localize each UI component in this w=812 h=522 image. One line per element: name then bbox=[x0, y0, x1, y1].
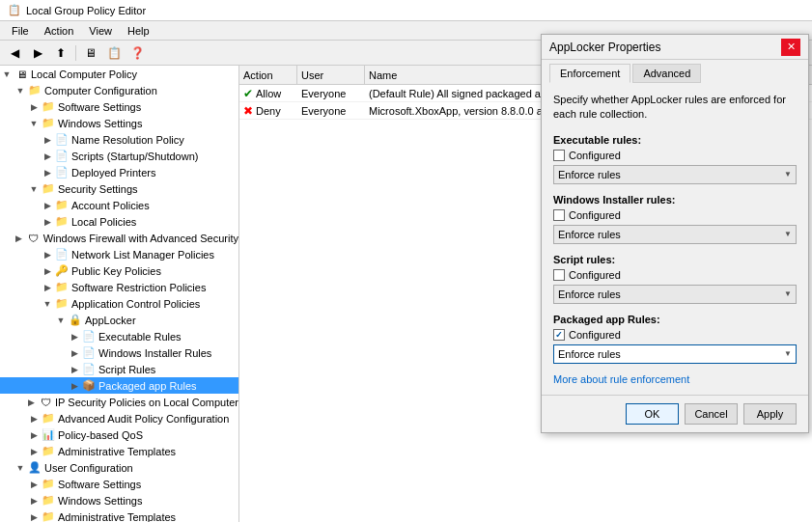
tree-item-software-settings[interactable]: ▶📁Software Settings bbox=[0, 98, 238, 115]
tree-expand-local-computer-policy[interactable]: ▼ bbox=[0, 68, 14, 81]
tree-item-script-rules[interactable]: ▶📄Script Rules bbox=[0, 361, 238, 377]
tree-item-software-settings-user[interactable]: ▶📁Software Settings bbox=[0, 476, 238, 492]
tree-expand-local-policies[interactable]: ▶ bbox=[41, 215, 54, 229]
checkbox-configured-script-rules[interactable] bbox=[553, 269, 565, 281]
rule-group-packaged-app-rules: Packaged app Rules:ConfiguredEnforce rul… bbox=[553, 314, 797, 364]
tree-item-security-settings[interactable]: ▼📁Security Settings bbox=[0, 180, 238, 197]
tree-item-public-key[interactable]: ▶🔑Public Key Policies bbox=[0, 262, 238, 279]
tree-item-computer-config[interactable]: ▼📁Computer Configuration bbox=[0, 82, 238, 98]
tree-expand-executable-rules[interactable]: ▶ bbox=[68, 330, 81, 343]
tree-expand-installer-rules[interactable]: ▶ bbox=[68, 346, 81, 360]
tree-expand-user-config[interactable]: ▼ bbox=[14, 461, 27, 475]
tree-expand-deployed-printers[interactable]: ▶ bbox=[41, 166, 54, 179]
tree-item-deployed-printers[interactable]: ▶📄Deployed Printers bbox=[0, 164, 238, 180]
tree-item-applocker[interactable]: ▼🔒AppLocker bbox=[0, 312, 238, 328]
tree-expand-public-key[interactable]: ▶ bbox=[41, 264, 54, 278]
tree-item-executable-rules[interactable]: ▶📄Executable Rules bbox=[0, 328, 238, 344]
up-button[interactable]: ⬆ bbox=[50, 42, 71, 64]
tree-icon-applocker: 🔒 bbox=[68, 313, 83, 328]
tree-expand-network-list[interactable]: ▶ bbox=[41, 248, 54, 261]
tree-icon-security-settings: 📁 bbox=[41, 181, 56, 197]
checkbox-row-packaged-app-rules: Configured bbox=[553, 329, 797, 341]
tree-expand-ip-security[interactable]: ▶ bbox=[24, 396, 38, 409]
tree-item-network-list[interactable]: ▶📄Network List Manager Policies bbox=[0, 246, 238, 262]
tree-item-installer-rules[interactable]: ▶📄Windows Installer Rules bbox=[0, 344, 238, 361]
col-header-action[interactable]: Action bbox=[239, 66, 297, 84]
tree-item-name-resolution[interactable]: ▶📄Name Resolution Policy bbox=[0, 131, 238, 148]
tree-expand-scripts[interactable]: ▶ bbox=[41, 150, 54, 163]
tab-advanced[interactable]: Advanced bbox=[632, 64, 701, 83]
back-button[interactable]: ◀ bbox=[4, 42, 25, 64]
menu-help[interactable]: Help bbox=[120, 23, 157, 39]
dropdown-executable-rules[interactable]: Enforce rules▼ bbox=[553, 165, 797, 184]
tree-icon-packaged-rules: 📦 bbox=[81, 378, 97, 394]
tree-expand-app-control[interactable]: ▼ bbox=[41, 297, 54, 311]
tree-label-account-policies: Account Policies bbox=[71, 200, 150, 211]
tree-expand-admin-templates-comp[interactable]: ▶ bbox=[27, 445, 41, 458]
tree-expand-applocker[interactable]: ▼ bbox=[54, 314, 68, 327]
app-title: Local Group Policy Editor bbox=[26, 5, 146, 16]
dropdown-script-rules[interactable]: Enforce rules▼ bbox=[553, 285, 797, 304]
tree-item-audit-policy[interactable]: ▶📁Advanced Audit Policy Configuration bbox=[0, 410, 238, 426]
checkbox-configured-packaged-app-rules[interactable] bbox=[553, 329, 565, 341]
properties-button[interactable]: 📋 bbox=[103, 42, 125, 64]
tree-expand-windows-firewall[interactable]: ▶ bbox=[13, 232, 26, 245]
dropdown-packaged-app-rules[interactable]: Enforce rules▼ bbox=[553, 344, 797, 364]
col-header-user[interactable]: User bbox=[297, 66, 365, 84]
tree-item-software-restriction[interactable]: ▶📁Software Restriction Policies bbox=[0, 279, 238, 295]
tree-expand-software-settings[interactable]: ▶ bbox=[27, 100, 41, 114]
tree-label-scripts: Scripts (Startup/Shutdown) bbox=[71, 151, 198, 162]
tree-expand-windows-settings-user[interactable]: ▶ bbox=[27, 494, 41, 508]
tab-enforcement[interactable]: Enforcement bbox=[549, 64, 630, 83]
tree-label-network-list: Network List Manager Policies bbox=[71, 249, 214, 261]
tree-label-app-control: Application Control Policies bbox=[71, 298, 200, 310]
tree-item-windows-firewall[interactable]: ▶🛡Windows Firewall with Advanced Securit… bbox=[0, 230, 238, 246]
apply-button[interactable]: Apply bbox=[743, 403, 797, 425]
tree-expand-windows-settings[interactable]: ▼ bbox=[27, 117, 41, 130]
tree-expand-name-resolution[interactable]: ▶ bbox=[41, 133, 54, 147]
tree-item-packaged-rules[interactable]: ▶📦Packaged app Rules bbox=[0, 377, 238, 394]
tree-item-user-config[interactable]: ▼👤User Configuration bbox=[0, 459, 238, 476]
dropdown-windows-installer-rules[interactable]: Enforce rules▼ bbox=[553, 225, 797, 244]
tree-label-audit-policy: Advanced Audit Policy Configuration bbox=[58, 413, 229, 425]
cancel-button[interactable]: Cancel bbox=[685, 403, 738, 425]
checkbox-configured-executable-rules[interactable] bbox=[553, 150, 565, 161]
tree-expand-packaged-rules[interactable]: ▶ bbox=[68, 379, 81, 393]
tree-expand-account-policies[interactable]: ▶ bbox=[41, 199, 54, 212]
menu-file[interactable]: File bbox=[4, 23, 37, 39]
applocker-properties-dialog: AppLocker Properties ✕ Enforcement Advan… bbox=[541, 34, 809, 433]
help-button[interactable]: ❓ bbox=[126, 42, 148, 64]
tree-expand-computer-config[interactable]: ▼ bbox=[14, 84, 27, 97]
deny-icon: ✖ bbox=[243, 104, 253, 118]
tree-expand-software-settings-user[interactable]: ▶ bbox=[27, 478, 41, 491]
menu-action[interactable]: Action bbox=[37, 23, 82, 39]
menu-view[interactable]: View bbox=[81, 23, 120, 39]
tree-item-windows-settings-user[interactable]: ▶📁Windows Settings bbox=[0, 492, 238, 508]
dropdown-row-windows-installer-rules: Enforce rules▼ bbox=[553, 225, 797, 244]
tree-expand-policy-qos[interactable]: ▶ bbox=[27, 428, 41, 442]
tree-icon-local-policies: 📁 bbox=[54, 214, 70, 230]
tree-item-admin-templates-user[interactable]: ▶📁Administrative Templates bbox=[0, 508, 238, 522]
tree-expand-software-restriction[interactable]: ▶ bbox=[41, 281, 54, 294]
tree-item-scripts[interactable]: ▶📄Scripts (Startup/Shutdown) bbox=[0, 148, 238, 164]
dialog-close-button[interactable]: ✕ bbox=[781, 39, 800, 56]
rule-enforcement-link[interactable]: More about rule enforcement bbox=[553, 373, 797, 385]
forward-button[interactable]: ▶ bbox=[27, 42, 48, 64]
tree-item-ip-security[interactable]: ▶🛡IP Security Policies on Local Computer bbox=[0, 394, 238, 410]
show-hide-button[interactable]: 🖥 bbox=[80, 42, 101, 64]
checkbox-configured-windows-installer-rules[interactable] bbox=[553, 209, 565, 221]
tree-item-admin-templates-comp[interactable]: ▶📁Administrative Templates bbox=[0, 443, 238, 459]
tree-item-policy-qos[interactable]: ▶📊Policy-based QoS bbox=[0, 426, 238, 443]
ok-button[interactable]: OK bbox=[626, 403, 679, 425]
tree-item-local-computer-policy[interactable]: ▼🖥Local Computer Policy bbox=[0, 66, 238, 82]
tree-item-app-control[interactable]: ▼📁Application Control Policies bbox=[0, 295, 238, 312]
tree-expand-script-rules[interactable]: ▶ bbox=[68, 363, 81, 376]
tree-item-account-policies[interactable]: ▶📁Account Policies bbox=[0, 197, 238, 213]
tree-item-windows-settings[interactable]: ▼📁Windows Settings bbox=[0, 115, 238, 131]
tree-label-public-key: Public Key Policies bbox=[71, 265, 161, 277]
tree-expand-security-settings[interactable]: ▼ bbox=[27, 182, 41, 196]
tree-expand-audit-policy[interactable]: ▶ bbox=[27, 412, 41, 426]
tree-item-local-policies[interactable]: ▶📁Local Policies bbox=[0, 213, 238, 230]
rule-group-label-windows-installer-rules: Windows Installer rules: bbox=[553, 194, 797, 206]
tree-expand-admin-templates-user[interactable]: ▶ bbox=[27, 510, 41, 523]
